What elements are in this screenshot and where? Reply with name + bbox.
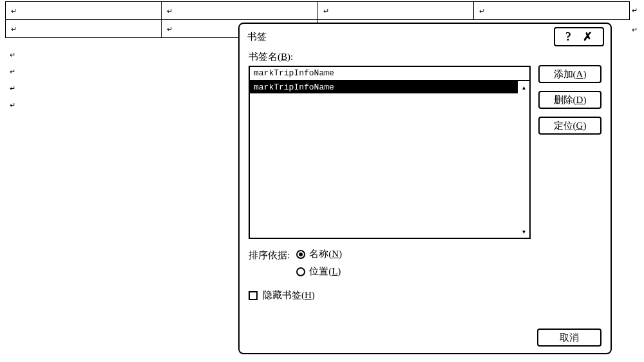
dialog-title: 书签 xyxy=(247,31,554,43)
close-icon[interactable]: ✗ xyxy=(583,30,592,44)
list-item[interactable]: markTripInfoName xyxy=(250,81,518,93)
goto-button[interactable]: 定位(G) xyxy=(538,117,601,135)
table-cell[interactable]: ↵ xyxy=(317,2,473,20)
bookmark-dialog: 书签 ? ✗ 书签名(B): markTripInfoName markTrip… xyxy=(238,23,612,354)
bookmark-name-label: 书签名(B): xyxy=(249,51,531,63)
dialog-titlebar[interactable]: 书签 ? ✗ xyxy=(240,24,611,46)
paragraph-mark-icon: ↵ xyxy=(10,97,15,113)
scroll-up-icon[interactable]: ▴ xyxy=(522,84,526,91)
radio-icon xyxy=(296,250,305,259)
paragraph-mark-icon: ↵ xyxy=(11,25,17,33)
paragraph-mark-icon: ↵ xyxy=(11,7,17,15)
radio-label: 位置(L) xyxy=(309,265,341,278)
table-row: ↵ ↵ ↵ ↵ xyxy=(6,2,630,20)
row-end-mark-icon: ↵ xyxy=(632,6,638,15)
table-cell[interactable]: ↵ xyxy=(162,2,317,20)
help-icon[interactable]: ? xyxy=(565,30,571,44)
table-cell[interactable]: ↵ xyxy=(6,20,162,38)
paragraph-mark-icon: ↵ xyxy=(167,7,173,15)
paragraph-mark-icon: ↵ xyxy=(167,25,173,33)
table-cell[interactable]: ↵ xyxy=(473,2,629,20)
paragraph-mark-icon: ↵ xyxy=(10,46,15,63)
dialog-body: 书签名(B): markTripInfoName markTripInfoNam… xyxy=(240,46,611,353)
paragraph-mark-icon: ↵ xyxy=(10,63,15,80)
add-button[interactable]: 添加(A) xyxy=(538,65,601,83)
paragraph-mark-icon: ↵ xyxy=(323,7,329,15)
delete-button[interactable]: 删除(D) xyxy=(538,91,601,109)
checkbox-icon xyxy=(249,291,258,300)
titlebar-button-group: ? ✗ xyxy=(554,27,604,46)
document-body[interactable]: ↵ ↵ ↵ ↵ xyxy=(10,46,15,113)
sort-by-row: 排序依据: 名称(N) 位置(L) xyxy=(249,248,601,278)
row-end-mark-icon: ↵ xyxy=(632,26,638,34)
radio-label: 名称(N) xyxy=(309,248,342,260)
sort-by-label: 排序依据: xyxy=(249,248,290,262)
cancel-button[interactable]: 取消 xyxy=(537,329,601,347)
table-cell[interactable]: ↵ xyxy=(6,2,162,20)
checkbox-label: 隐藏书签(H) xyxy=(263,289,315,301)
scroll-down-icon[interactable]: ▾ xyxy=(522,228,526,235)
radio-icon xyxy=(296,267,305,276)
sort-by-name-radio[interactable]: 名称(N) xyxy=(296,248,342,260)
bookmark-name-input[interactable]: markTripInfoName xyxy=(249,66,531,81)
scrollbar[interactable]: ▴ ▾ xyxy=(518,81,529,238)
hidden-bookmarks-checkbox[interactable]: 隐藏书签(H) xyxy=(249,289,601,301)
paragraph-mark-icon: ↵ xyxy=(10,80,15,97)
sort-by-location-radio[interactable]: 位置(L) xyxy=(296,265,342,278)
bookmark-listbox[interactable]: markTripInfoName ▴ ▾ xyxy=(249,81,531,239)
paragraph-mark-icon: ↵ xyxy=(479,7,485,15)
